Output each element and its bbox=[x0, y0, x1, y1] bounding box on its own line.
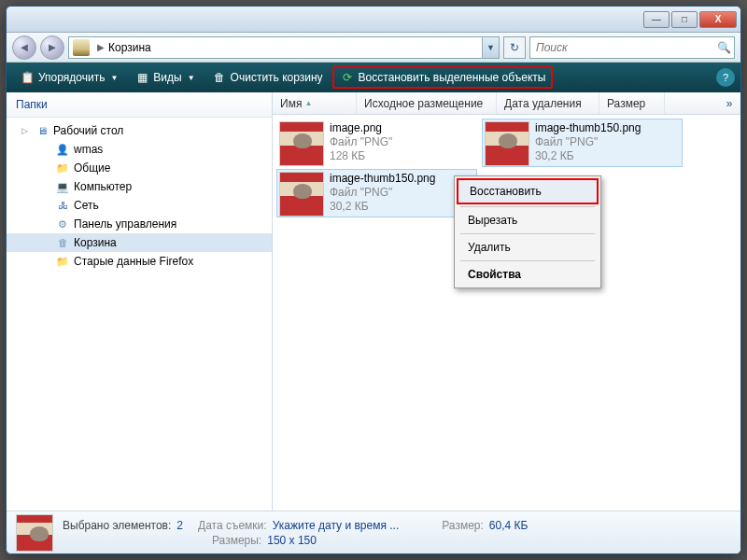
date-value[interactable]: Укажите дату и время ... bbox=[273, 519, 400, 532]
file-info: image.pngФайл "PNG"128 КБ bbox=[330, 121, 392, 164]
titlebar: — □ X bbox=[7, 7, 740, 33]
file-name: image-thumb150.png bbox=[330, 172, 435, 186]
sidebar-item[interactable]: 📁Общие bbox=[7, 159, 272, 177]
sidebar-item[interactable]: 👤wmas bbox=[7, 140, 272, 159]
file-size: 30,2 КБ bbox=[535, 149, 641, 163]
sidebar-item-label: Корзина bbox=[74, 236, 117, 249]
col-deleted[interactable]: Дата удаления bbox=[497, 92, 599, 114]
address-bar[interactable]: ▶ Корзина ▼ bbox=[68, 36, 500, 59]
status-bar: Выбрано элементов: 2 Дата съемки: Укажит… bbox=[7, 511, 740, 553]
file-name: image.png bbox=[330, 121, 392, 135]
file-size: 128 КБ bbox=[330, 149, 392, 163]
forward-button[interactable]: ► bbox=[40, 35, 64, 60]
folder-icon: 📁 bbox=[55, 254, 70, 269]
sidebar-item-label: Компьютер bbox=[74, 180, 132, 193]
refresh-button[interactable]: ↻ bbox=[503, 36, 526, 59]
organize-label: Упорядочить bbox=[38, 71, 105, 84]
folder-icon: 📁 bbox=[55, 161, 70, 175]
expand-icon[interactable]: ▷ bbox=[21, 126, 31, 135]
date-label: Дата съемки: bbox=[198, 519, 267, 532]
file-item[interactable]: image-thumb150.pngФайл "PNG"30,2 КБ bbox=[276, 169, 477, 217]
minimize-button[interactable]: — bbox=[643, 11, 669, 28]
views-label: Виды bbox=[153, 71, 181, 84]
maximize-button[interactable]: □ bbox=[671, 11, 698, 28]
selected-count: 2 bbox=[176, 519, 183, 532]
folder-icon: ⚙ bbox=[55, 217, 70, 231]
body: Папки ▷🖥Рабочий стол👤wmas📁Общие💻Компьюте… bbox=[7, 92, 740, 511]
address-dropdown-button[interactable]: ▼ bbox=[482, 37, 499, 58]
folder-tree: ▷🖥Рабочий стол👤wmas📁Общие💻Компьютер🖧Сеть… bbox=[7, 118, 272, 511]
command-bar: 📋 Упорядочить ▼ ▦ Виды ▼ 🗑 Очистить корз… bbox=[7, 63, 740, 92]
sidebar-item[interactable]: ⚙Панель управления bbox=[7, 215, 272, 233]
dims-value: 150 x 150 bbox=[267, 534, 317, 547]
col-origin[interactable]: Исходное размещение bbox=[357, 92, 497, 114]
content-pane: Имя ▲ Исходное размещение Дата удаления … bbox=[273, 92, 740, 511]
chevron-down-icon: ▼ bbox=[188, 74, 195, 82]
sidebar-item-label: Сеть bbox=[74, 199, 99, 212]
trash-icon: 🗑 bbox=[212, 70, 227, 85]
search-icon[interactable]: 🔍 bbox=[713, 41, 734, 54]
views-button[interactable]: ▦ Виды ▼ bbox=[127, 67, 202, 88]
ctx-delete[interactable]: Удалить bbox=[457, 236, 599, 259]
sidebar-item[interactable]: ▷🖥Рабочий стол bbox=[7, 121, 272, 140]
views-icon: ▦ bbox=[134, 70, 149, 85]
sidebar-item-label: Рабочий стол bbox=[53, 124, 123, 137]
restore-selected-button[interactable]: ⟳ Восстановить выделенные объекты bbox=[332, 66, 554, 89]
explorer-window: — □ X ◄ ► ▶ Корзина ▼ ↻ 🔍 📋 Упорядочить … bbox=[6, 6, 741, 554]
breadcrumb-separator-icon: ▶ bbox=[97, 42, 105, 52]
search-box[interactable]: 🔍 bbox=[529, 36, 735, 59]
file-list[interactable]: image.pngФайл "PNG"128 КБimage-thumb150.… bbox=[273, 115, 740, 511]
col-size[interactable]: Размер bbox=[599, 92, 665, 114]
ctx-properties[interactable]: Свойства bbox=[457, 263, 599, 286]
folder-icon: 🖧 bbox=[55, 198, 70, 213]
restore-selected-label: Восстановить выделенные объекты bbox=[359, 71, 546, 84]
col-name[interactable]: Имя ▲ bbox=[273, 92, 357, 114]
sidebar-item[interactable]: 💻Компьютер bbox=[7, 177, 272, 196]
sidebar-item[interactable]: 🖧Сеть bbox=[7, 196, 272, 215]
organize-button[interactable]: 📋 Упорядочить ▼ bbox=[12, 67, 125, 88]
back-button[interactable]: ◄ bbox=[12, 35, 36, 60]
restore-icon: ⟳ bbox=[340, 70, 355, 85]
sidebar-item[interactable]: 📁Старые данные Firefox bbox=[7, 252, 272, 271]
file-type: Файл "PNG" bbox=[330, 186, 435, 200]
file-item[interactable]: image.pngФайл "PNG"128 КБ bbox=[276, 119, 477, 167]
ctx-separator bbox=[460, 260, 595, 261]
folder-icon: 🗑 bbox=[55, 235, 70, 250]
sidebar-item-label: wmas bbox=[74, 143, 103, 156]
ctx-restore[interactable]: Восстановить bbox=[457, 178, 599, 204]
status-thumbnail bbox=[16, 514, 53, 552]
size-label: Размер: bbox=[442, 519, 484, 532]
file-size: 30,2 КБ bbox=[330, 200, 435, 214]
window-buttons: — □ X bbox=[643, 11, 737, 28]
file-info: image-thumb150.pngФайл "PNG"30,2 КБ bbox=[535, 121, 641, 164]
nav-bar: ◄ ► ▶ Корзина ▼ ↻ 🔍 bbox=[7, 33, 740, 63]
file-thumbnail bbox=[279, 121, 324, 166]
sort-asc-icon: ▲ bbox=[304, 99, 312, 107]
file-name: image-thumb150.png bbox=[535, 121, 641, 135]
col-name-label: Имя bbox=[280, 97, 302, 110]
folders-header: Папки bbox=[7, 92, 272, 118]
file-thumbnail bbox=[485, 121, 529, 166]
file-item[interactable]: image-thumb150.pngФайл "PNG"30,2 КБ bbox=[482, 119, 683, 167]
more-columns-button[interactable]: » bbox=[718, 97, 740, 110]
sidebar-item-label: Панель управления bbox=[74, 217, 176, 231]
nav-pane: Папки ▷🖥Рабочий стол👤wmas📁Общие💻Компьюте… bbox=[7, 92, 273, 511]
empty-bin-button[interactable]: 🗑 Очистить корзину bbox=[204, 67, 331, 88]
organize-icon: 📋 bbox=[20, 70, 35, 85]
chevron-down-icon: ▼ bbox=[110, 74, 118, 82]
sidebar-item[interactable]: 🗑Корзина bbox=[7, 233, 272, 252]
file-info: image-thumb150.pngФайл "PNG"30,2 КБ bbox=[330, 172, 435, 215]
close-button[interactable]: X bbox=[699, 11, 737, 28]
ctx-separator bbox=[460, 233, 595, 234]
sidebar-item-label: Старые данные Firefox bbox=[74, 255, 193, 268]
recycle-bin-icon bbox=[73, 39, 90, 56]
folder-icon: 🖥 bbox=[35, 123, 49, 138]
sidebar-item-label: Общие bbox=[74, 161, 110, 175]
size-value: 60,4 КБ bbox=[489, 519, 529, 532]
empty-bin-label: Очистить корзину bbox=[231, 71, 323, 84]
help-button[interactable]: ? bbox=[716, 68, 735, 87]
file-thumbnail bbox=[279, 172, 324, 217]
ctx-cut[interactable]: Вырезать bbox=[457, 209, 599, 231]
context-menu: Восстановить Вырезать Удалить Свойства bbox=[454, 175, 601, 288]
search-input[interactable] bbox=[530, 41, 713, 54]
